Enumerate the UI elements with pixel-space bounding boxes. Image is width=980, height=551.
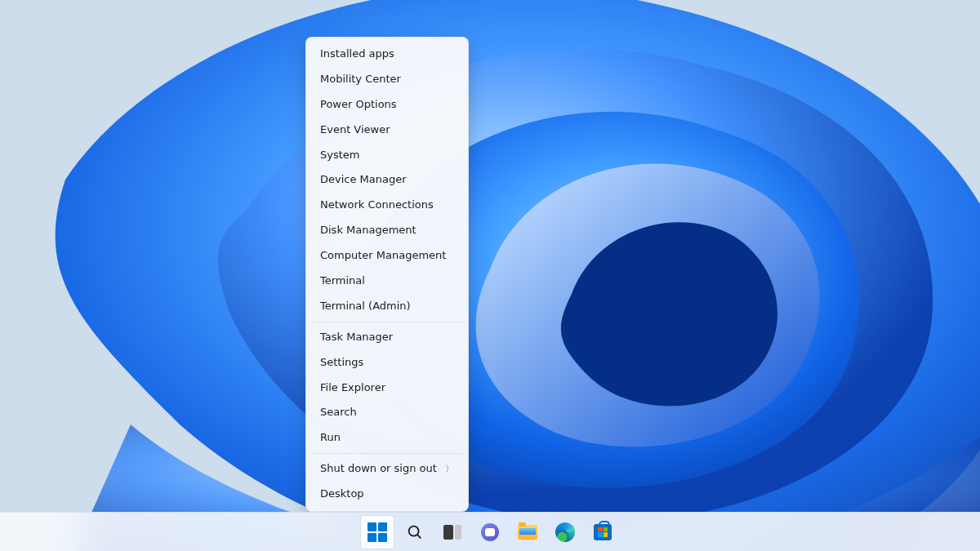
taskbar-store-button[interactable] bbox=[586, 516, 619, 549]
taskbar-file-explorer-button[interactable] bbox=[511, 516, 544, 549]
menu-item-label: Computer Management bbox=[320, 249, 446, 263]
menu-item-task-manager[interactable]: Task Manager bbox=[310, 325, 464, 350]
menu-item-label: Disk Management bbox=[320, 224, 416, 238]
menu-item-shutdown-signout[interactable]: Shut down or sign out 〉 bbox=[310, 456, 464, 482]
menu-item-network-connections[interactable]: Network Connections bbox=[310, 193, 464, 218]
menu-item-label: Shut down or sign out bbox=[320, 462, 437, 476]
file-explorer-icon bbox=[518, 525, 537, 540]
menu-item-label: Settings bbox=[320, 356, 363, 370]
menu-separator bbox=[312, 322, 462, 322]
menu-item-event-viewer[interactable]: Event Viewer bbox=[310, 118, 464, 143]
menu-item-label: Task Manager bbox=[320, 331, 393, 344]
menu-item-mobility-center[interactable]: Mobility Center bbox=[310, 67, 464, 92]
menu-item-computer-management[interactable]: Computer Management bbox=[310, 243, 464, 269]
svg-point-1 bbox=[409, 526, 419, 535]
menu-item-label: File Explorer bbox=[320, 381, 385, 395]
menu-item-label: Run bbox=[320, 431, 341, 445]
menu-item-label: Installed apps bbox=[320, 47, 394, 61]
menu-item-file-explorer[interactable]: File Explorer bbox=[310, 375, 464, 401]
menu-item-power-options[interactable]: Power Options bbox=[310, 92, 464, 118]
menu-item-label: System bbox=[320, 149, 359, 162]
menu-item-label: Network Connections bbox=[320, 198, 434, 212]
svg-line-2 bbox=[417, 534, 421, 537]
menu-item-terminal-admin[interactable]: Terminal (Admin) bbox=[310, 294, 464, 319]
search-icon bbox=[406, 523, 424, 541]
taskbar bbox=[0, 512, 980, 551]
menu-item-device-manager[interactable]: Device Manager bbox=[310, 167, 464, 193]
menu-item-installed-apps[interactable]: Installed apps bbox=[310, 42, 464, 67]
menu-item-search[interactable]: Search bbox=[310, 400, 464, 425]
taskbar-start-button[interactable] bbox=[361, 516, 394, 549]
menu-item-label: Search bbox=[320, 406, 357, 420]
menu-item-label: Desktop bbox=[320, 487, 364, 501]
taskbar-edge-button[interactable] bbox=[549, 516, 581, 549]
microsoft-store-icon bbox=[594, 524, 612, 540]
taskbar-search-button[interactable] bbox=[399, 516, 431, 549]
windows-logo-icon bbox=[368, 522, 387, 542]
task-view-icon bbox=[443, 525, 461, 540]
menu-item-label: Event Viewer bbox=[320, 123, 390, 137]
menu-item-settings[interactable]: Settings bbox=[310, 350, 464, 375]
taskbar-task-view-button[interactable] bbox=[436, 516, 469, 549]
menu-item-label: Terminal bbox=[320, 274, 365, 288]
chevron-right-icon: 〉 bbox=[445, 464, 454, 475]
menu-item-system[interactable]: System bbox=[310, 143, 464, 168]
edge-icon bbox=[555, 522, 575, 542]
menu-item-desktop[interactable]: Desktop bbox=[310, 482, 464, 507]
menu-item-label: Power Options bbox=[320, 98, 397, 112]
taskbar-chat-button[interactable] bbox=[474, 516, 506, 549]
menu-item-disk-management[interactable]: Disk Management bbox=[310, 218, 464, 243]
chat-icon bbox=[481, 523, 499, 541]
menu-item-run[interactable]: Run bbox=[310, 425, 464, 451]
winx-context-menu: Installed apps Mobility Center Power Opt… bbox=[305, 37, 469, 512]
menu-item-label: Terminal (Admin) bbox=[320, 300, 411, 313]
desktop-wallpaper bbox=[0, 0, 980, 551]
menu-item-terminal[interactable]: Terminal bbox=[310, 269, 464, 294]
menu-item-label: Mobility Center bbox=[320, 73, 401, 87]
menu-separator bbox=[312, 453, 462, 454]
menu-item-label: Device Manager bbox=[320, 173, 407, 187]
taskbar-center-items bbox=[361, 516, 619, 549]
